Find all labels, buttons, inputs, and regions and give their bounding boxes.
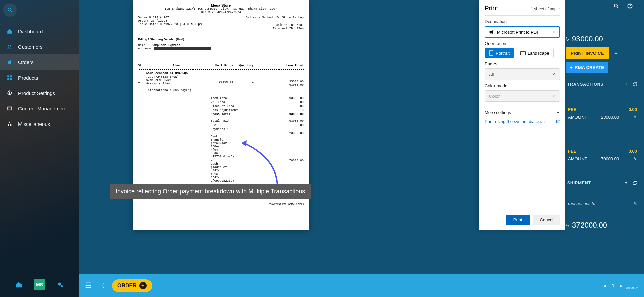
refresh-icon[interactable] (632, 180, 638, 186)
home-shortcut[interactable] (13, 279, 25, 290)
more-settings-label: More settings (485, 110, 511, 115)
item-sku: 727247248328 (New) (146, 75, 179, 79)
svg-rect-25 (521, 51, 525, 55)
total-value: 0.00 (296, 105, 304, 108)
order-chip-label: ORDER (117, 283, 137, 289)
total-label: Item Total (138, 97, 229, 100)
rma-create-button[interactable]: +RMA CREATE (566, 62, 608, 73)
svg-rect-23 (490, 32, 493, 34)
cashier-id: Cashier ID: 310a (246, 23, 304, 27)
sidebar-item-dashboard[interactable]: Dashboard (0, 23, 79, 39)
svg-point-8 (9, 92, 11, 94)
sidebar-item-label: Orders (18, 59, 34, 65)
amount-value: 70000.00 (601, 156, 619, 161)
sidebar-item-content-management[interactable]: Content Management (0, 101, 79, 116)
col-sl: SL (138, 64, 146, 67)
sidebar-item-product-settings[interactable]: Product Settings (0, 85, 79, 101)
svg-rect-6 (7, 78, 9, 80)
bottom-bar: ☰ 〈 ORDER + ◂ 1 ▸ out of 22 (79, 274, 644, 297)
store-name: Mega Store (138, 3, 304, 7)
svg-line-1 (11, 11, 12, 12)
amount-label: AMOUNT (568, 115, 587, 120)
order-panel: ৳ 93000.00 PRINT INVOICE +RMA CREATE TRA… (566, 1, 639, 234)
landscape-button[interactable]: Landscape (516, 48, 554, 58)
nav-list: Dashboard Customers Orders Products Prod… (0, 23, 79, 132)
billing-title: Billing / Shipping Details (138, 38, 174, 41)
sidebar-item-label: Products (18, 75, 38, 81)
svg-rect-24 (489, 51, 493, 55)
fee-label: FEE (568, 149, 576, 154)
refresh-icon[interactable] (632, 82, 638, 87)
chevron-down-icon (552, 30, 556, 34)
item-warranty: Warranty Plan (146, 82, 170, 85)
order-total: ৳ 93000.00 (566, 35, 639, 47)
item-line2: 93000.00 (254, 83, 304, 87)
item-line1: 93000.00 (254, 80, 304, 83)
paid-value: 93000.00 (289, 119, 304, 123)
pager-next[interactable]: ▸ (620, 283, 623, 288)
svg-line-17 (617, 7, 618, 8)
svg-marker-11 (9, 121, 11, 123)
chevron-down-icon (556, 111, 560, 115)
total-label: VAT Total (138, 101, 227, 104)
color-value: Color (489, 94, 500, 99)
paid-tag: (Paid) (176, 38, 184, 41)
annotation-caption: Invoice reflecting Order payment breakdo… (110, 184, 311, 199)
name-label: Name (138, 44, 145, 47)
search-button[interactable] (3, 3, 17, 17)
search-icon[interactable] (613, 3, 619, 9)
layers-icon (7, 105, 13, 111)
payment-line: - Cash (4adde8ef-b042-431c-8642-df09eb2a… (138, 159, 211, 183)
menu-icon[interactable]: ☰ (85, 281, 92, 290)
sidebar-item-products[interactable]: Products (0, 70, 79, 85)
grand-total-amount: 372000.00 (572, 221, 607, 230)
plus-icon[interactable]: + (625, 180, 628, 186)
print-dialog: Print 1 sheet of paper Destination Micro… (479, 0, 565, 230)
grand-total: ৳ 372000.00 (566, 221, 639, 234)
plus-icon[interactable]: + (625, 82, 628, 87)
svg-point-14 (58, 283, 61, 286)
svg-rect-13 (10, 124, 12, 126)
sidebar-item-miscellaneous[interactable]: Miscellaneous (0, 116, 79, 132)
external-link-icon (556, 119, 560, 124)
help-icon[interactable] (627, 3, 633, 9)
item-intl: International: 365 day(s) (146, 89, 191, 92)
search-icon (7, 7, 13, 13)
cancel-button[interactable]: Cancel (533, 215, 560, 225)
print-button[interactable]: Print (506, 215, 530, 225)
printer-icon (489, 29, 494, 35)
color-select: Color (485, 90, 560, 102)
payments-title: Payments : (138, 128, 229, 131)
more-settings-toggle[interactable]: More settings (485, 109, 560, 116)
col-line: Line Total (254, 64, 304, 67)
item-sn: S/N: ZEN006A21U (146, 79, 173, 82)
sidebar-item-orders[interactable]: Orders (0, 54, 79, 70)
currency-icon: ৳ (566, 221, 569, 230)
order-total-amount: 93000.00 (572, 35, 603, 43)
total-label: Discount Total (138, 105, 236, 108)
sidebar-item-customers[interactable]: Customers (0, 39, 79, 54)
pages-select[interactable]: All (485, 68, 560, 80)
store-chip[interactable]: MS (34, 279, 45, 290)
system-dialog-link[interactable]: Print using the system dialog… (485, 119, 560, 124)
portrait-button[interactable]: Portrait (485, 48, 514, 58)
sidebar: Dashboard Customers Orders Products Prod… (0, 0, 79, 297)
edit-icon[interactable]: ✎ (633, 156, 637, 161)
payment-value: 70000.00 (289, 159, 304, 183)
print-invoice-button[interactable]: PRINT INVOICE (566, 47, 609, 59)
order-chip[interactable]: ORDER + (112, 279, 152, 292)
settings-shortcut[interactable] (55, 279, 66, 290)
destination-select[interactable]: Microsoft Print to PDF (485, 26, 560, 38)
back-icon[interactable]: 〈 (98, 281, 105, 290)
chevron-up-icon[interactable] (613, 51, 619, 56)
delivery-method: Delivery Method: In Store Pickup (246, 16, 304, 19)
chevron-down-icon (552, 94, 556, 98)
edit-icon[interactable]: ✎ (633, 201, 637, 206)
total-value: 0 (302, 109, 304, 112)
col-unit: Unit Price (207, 64, 233, 67)
pager-prev[interactable]: ◂ (603, 283, 606, 288)
total-label: Less Adjustment (138, 109, 238, 112)
total-value: 93000.00 (289, 97, 304, 100)
people-icon (7, 44, 13, 50)
edit-icon[interactable]: ✎ (633, 115, 637, 120)
